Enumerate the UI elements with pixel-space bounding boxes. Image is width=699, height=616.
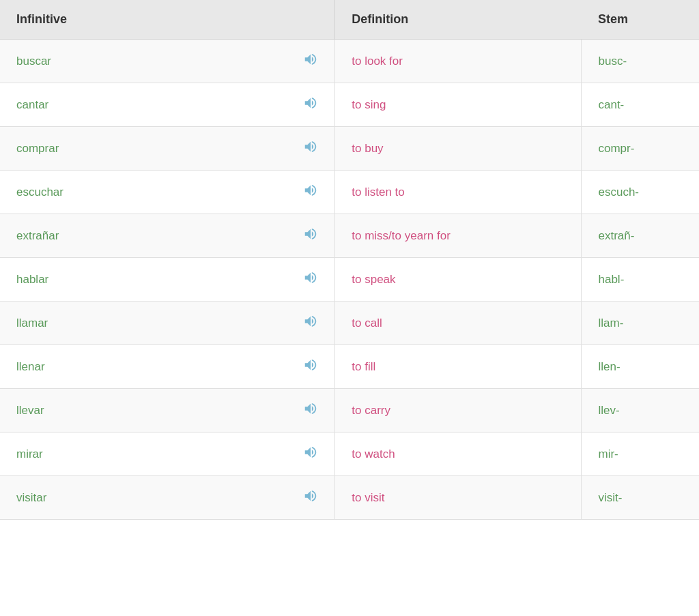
stem-cell: cant- [582,83,699,127]
infinitive-cell: buscar [0,40,287,83]
audio-icon[interactable] [303,401,318,416]
table-row: visitar to visitvisit- [0,476,699,520]
audio-cell[interactable] [287,258,335,302]
stem-cell: mir- [582,432,699,476]
table-row: extrañar to miss/to yearn forextrañ- [0,214,699,258]
stem-cell: habl- [582,258,699,302]
definition-cell: to call [335,302,582,345]
audio-icon[interactable] [303,357,318,372]
table-row: buscar to look forbusc- [0,40,699,83]
stem-cell: llam- [582,302,699,345]
audio-cell[interactable] [287,171,335,214]
audio-cell[interactable] [287,432,335,476]
stem-header: Stem [582,0,699,40]
audio-icon[interactable] [303,314,318,329]
stem-cell: llev- [582,389,699,432]
audio-cell[interactable] [287,40,335,83]
table-header-row: Infinitive Definition Stem [0,0,699,40]
table-row: comprar to buycompr- [0,127,699,171]
table-row: hablar to speakhabl- [0,258,699,302]
infinitive-cell: cantar [0,83,287,127]
definition-header: Definition [335,0,582,40]
definition-cell: to listen to [335,171,582,214]
audio-cell[interactable] [287,389,335,432]
infinitive-cell: llamar [0,302,287,345]
audio-icon[interactable] [303,488,318,503]
stem-cell: visit- [582,476,699,520]
definition-cell: to miss/to yearn for [335,214,582,258]
audio-icon[interactable] [303,183,318,198]
definition-cell: to speak [335,258,582,302]
audio-cell[interactable] [287,127,335,171]
stem-cell: extrañ- [582,214,699,258]
definition-cell: to visit [335,476,582,520]
table-row: llevar to carryllev- [0,389,699,432]
infinitive-cell: visitar [0,476,287,520]
definition-cell: to look for [335,40,582,83]
definition-cell: to carry [335,389,582,432]
table-row: mirar to watchmir- [0,432,699,476]
table-row: llamar to callllam- [0,302,699,345]
audio-cell[interactable] [287,476,335,520]
definition-cell: to buy [335,127,582,171]
infinitive-cell: comprar [0,127,287,171]
definition-cell: to fill [335,345,582,389]
audio-cell[interactable] [287,83,335,127]
audio-icon[interactable] [303,139,318,154]
table-row: llenar to fillllen- [0,345,699,389]
audio-icon[interactable] [303,226,318,241]
audio-cell[interactable] [287,214,335,258]
stem-cell: llen- [582,345,699,389]
audio-cell[interactable] [287,345,335,389]
table-row: cantar to singcant- [0,83,699,127]
audio-icon[interactable] [303,96,318,111]
table-row: escuchar to listen toescuch- [0,171,699,214]
definition-cell: to sing [335,83,582,127]
infinitive-cell: llenar [0,345,287,389]
infinitive-cell: extrañar [0,214,287,258]
vocabulary-table: Infinitive Definition Stem buscar to loo… [0,0,699,520]
audio-icon[interactable] [303,52,318,67]
stem-cell: compr- [582,127,699,171]
infinitive-cell: hablar [0,258,287,302]
infinitive-cell: mirar [0,432,287,476]
infinitive-cell: llevar [0,389,287,432]
definition-cell: to watch [335,432,582,476]
audio-icon[interactable] [303,270,318,285]
audio-cell[interactable] [287,302,335,345]
infinitive-header: Infinitive [0,0,335,40]
stem-cell: escuch- [582,171,699,214]
stem-cell: busc- [582,40,699,83]
audio-icon[interactable] [303,445,318,460]
infinitive-cell: escuchar [0,171,287,214]
